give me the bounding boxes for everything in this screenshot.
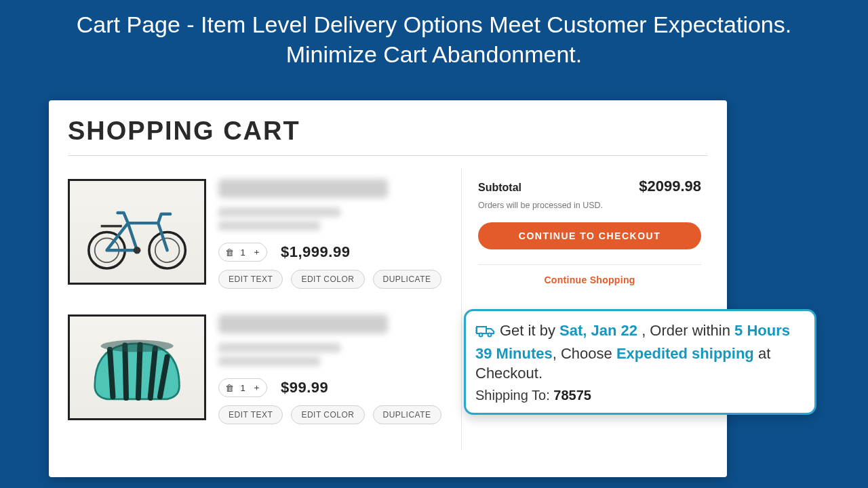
svg-point-7 xyxy=(479,333,483,337)
edit-text-button[interactable]: EDIT TEXT xyxy=(218,270,283,289)
duplicate-button[interactable]: DUPLICATE xyxy=(373,405,441,424)
trash-icon[interactable]: 🗑 xyxy=(223,383,235,393)
item-price: $99.99 xyxy=(281,379,328,396)
cart-item: 🗑 1 ＋ $99.99 EDIT TEXT EDIT COLOR DUPLIC… xyxy=(68,314,461,424)
quantity-stepper[interactable]: 🗑 1 ＋ xyxy=(218,378,267,397)
cart-items-column: 🗑 1 ＋ $1,999.99 EDIT TEXT EDIT COLOR DUP… xyxy=(68,156,461,450)
truck-icon xyxy=(475,323,496,344)
quantity-stepper[interactable]: 🗑 1 ＋ xyxy=(218,243,267,262)
plus-icon[interactable]: ＋ xyxy=(250,246,262,258)
quantity-value: 1 xyxy=(235,247,250,258)
divider xyxy=(478,264,701,265)
edit-color-button[interactable]: EDIT COLOR xyxy=(291,270,364,289)
currency-note: Orders will be processed in USD. xyxy=(478,201,701,210)
duplicate-button[interactable]: DUPLICATE xyxy=(373,270,441,289)
delivery-message: Get it by Sat, Jan 22 , Order within 5 H… xyxy=(475,321,802,384)
blurred-product-title xyxy=(218,179,388,198)
cart-title: SHOPPING CART xyxy=(68,117,708,146)
svg-point-5 xyxy=(101,340,174,352)
blurred-meta xyxy=(218,343,340,352)
blurred-meta xyxy=(218,207,340,217)
page-headline: Cart Page - Item Level Delivery Options … xyxy=(0,0,868,69)
edit-text-button[interactable]: EDIT TEXT xyxy=(218,405,283,424)
cart-item: 🗑 1 ＋ $1,999.99 EDIT TEXT EDIT COLOR DUP… xyxy=(68,179,461,289)
subtotal-amount: $2099.98 xyxy=(639,178,701,195)
svg-point-4 xyxy=(134,246,141,253)
blurred-meta xyxy=(218,357,320,366)
svg-point-8 xyxy=(488,333,492,337)
subtotal-label: Subtotal xyxy=(478,182,521,194)
svg-rect-6 xyxy=(477,327,486,333)
cart-card: SHOPPING CART xyxy=(49,100,727,477)
edit-color-button[interactable]: EDIT COLOR xyxy=(291,405,364,424)
item-thumbnail-helmet xyxy=(68,314,206,420)
plus-icon[interactable]: ＋ xyxy=(250,382,262,394)
continue-shopping-link[interactable]: Continue Shopping xyxy=(478,274,701,285)
item-thumbnail-bike xyxy=(68,179,206,285)
shipping-to: Shipping To: 78575 xyxy=(475,388,802,403)
blurred-product-title xyxy=(218,314,388,333)
checkout-button[interactable]: CONTINUE TO CHECKOUT xyxy=(478,222,701,249)
delivery-callout: Get it by Sat, Jan 22 , Order within 5 H… xyxy=(464,309,816,415)
item-price: $1,999.99 xyxy=(281,243,350,261)
blurred-meta xyxy=(218,221,320,230)
headline-line1: Cart Page - Item Level Delivery Options … xyxy=(77,12,791,37)
bike-icon xyxy=(77,186,197,278)
quantity-value: 1 xyxy=(235,383,250,393)
trash-icon[interactable]: 🗑 xyxy=(223,247,235,258)
headline-line2: Minimize Cart Abandonment. xyxy=(286,41,583,67)
helmet-icon xyxy=(77,322,197,413)
